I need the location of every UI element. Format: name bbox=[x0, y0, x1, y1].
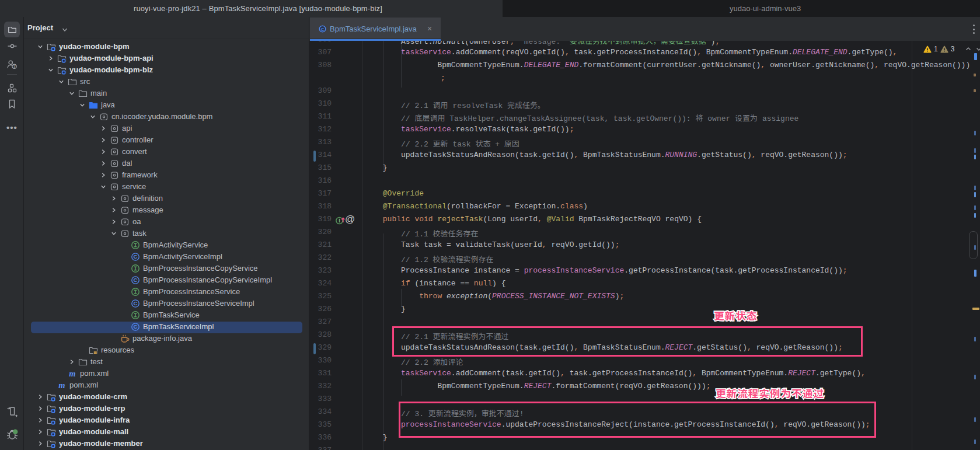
svg-text:?: ? bbox=[13, 64, 16, 69]
svg-text:C: C bbox=[134, 277, 138, 283]
svg-text:C: C bbox=[134, 300, 138, 306]
svg-text:C: C bbox=[134, 323, 138, 330]
svg-text:m: m bbox=[69, 369, 75, 378]
svg-text:m: m bbox=[58, 381, 65, 390]
svg-text:C: C bbox=[134, 253, 138, 260]
svg-text:C: C bbox=[321, 27, 325, 32]
